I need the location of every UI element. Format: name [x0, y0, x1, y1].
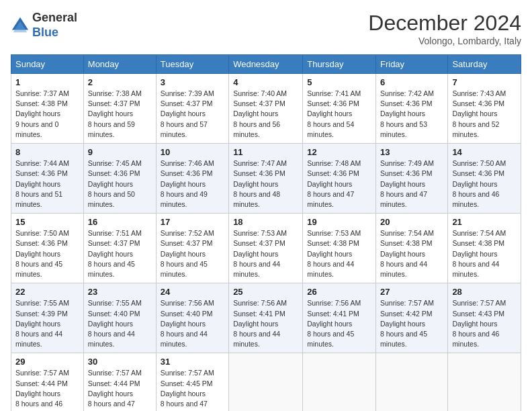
cell-info: Sunrise: 7:47 AMSunset: 4:36 PMDaylight …	[233, 159, 287, 208]
calendar-cell: 25 Sunrise: 7:56 AMSunset: 4:41 PMDaylig…	[229, 283, 303, 353]
calendar-cell: 31 Sunrise: 7:57 AMSunset: 4:45 PMDaylig…	[156, 353, 228, 411]
cell-info: Sunrise: 7:40 AMSunset: 4:37 PMDaylight …	[233, 89, 287, 138]
day-number: 9	[88, 147, 152, 157]
calendar-cell: 23 Sunrise: 7:55 AMSunset: 4:40 PMDaylig…	[83, 283, 156, 353]
col-header-sunday: Sunday	[11, 55, 84, 74]
day-number: 1	[15, 77, 79, 87]
cell-info: Sunrise: 7:54 AMSunset: 4:38 PMDaylight …	[452, 229, 506, 278]
day-number: 30	[88, 357, 152, 367]
calendar-cell: 27 Sunrise: 7:57 AMSunset: 4:42 PMDaylig…	[375, 283, 447, 353]
calendar-cell: 19 Sunrise: 7:53 AMSunset: 4:38 PMDaylig…	[303, 214, 376, 283]
day-number: 31	[161, 357, 224, 367]
day-number: 2	[88, 77, 152, 87]
calendar-body: 1 Sunrise: 7:37 AMSunset: 4:38 PMDayligh…	[11, 74, 521, 412]
calendar-cell	[229, 353, 303, 411]
calendar-cell: 21 Sunrise: 7:54 AMSunset: 4:38 PMDaylig…	[448, 214, 521, 283]
day-number: 6	[380, 77, 443, 87]
calendar-cell: 8 Sunrise: 7:44 AMSunset: 4:36 PMDayligh…	[11, 144, 84, 214]
calendar-cell	[448, 353, 521, 411]
calendar-cell: 10 Sunrise: 7:46 AMSunset: 4:36 PMDaylig…	[156, 144, 228, 214]
calendar-cell: 7 Sunrise: 7:43 AMSunset: 4:36 PMDayligh…	[448, 74, 521, 144]
cell-info: Sunrise: 7:57 AMSunset: 4:44 PMDaylight …	[15, 369, 69, 411]
day-number: 12	[307, 147, 371, 157]
day-number: 13	[380, 147, 443, 157]
logo-general: General	[32, 11, 77, 24]
header-row: SundayMondayTuesdayWednesdayThursdayFrid…	[11, 55, 521, 74]
cell-info: Sunrise: 7:46 AMSunset: 4:36 PMDaylight …	[161, 159, 214, 208]
calendar-cell	[375, 353, 447, 411]
cell-info: Sunrise: 7:55 AMSunset: 4:39 PMDaylight …	[15, 299, 69, 348]
day-number: 4	[233, 77, 298, 87]
cell-info: Sunrise: 7:50 AMSunset: 4:36 PMDaylight …	[452, 159, 506, 208]
cell-info: Sunrise: 7:52 AMSunset: 4:37 PMDaylight …	[161, 229, 214, 278]
day-number: 25	[233, 287, 298, 297]
month-title: December 2024	[368, 11, 521, 36]
cell-info: Sunrise: 7:42 AMSunset: 4:36 PMDaylight …	[380, 89, 434, 138]
calendar-cell: 13 Sunrise: 7:49 AMSunset: 4:36 PMDaylig…	[375, 144, 447, 214]
day-number: 21	[452, 217, 517, 227]
cell-info: Sunrise: 7:57 AMSunset: 4:44 PMDaylight …	[88, 369, 142, 411]
day-number: 29	[15, 357, 79, 367]
calendar-cell: 30 Sunrise: 7:57 AMSunset: 4:44 PMDaylig…	[83, 353, 156, 411]
cell-info: Sunrise: 7:56 AMSunset: 4:41 PMDaylight …	[233, 299, 287, 348]
week-row: 15 Sunrise: 7:50 AMSunset: 4:36 PMDaylig…	[11, 214, 521, 283]
calendar-cell: 2 Sunrise: 7:38 AMSunset: 4:37 PMDayligh…	[83, 74, 156, 144]
calendar-cell: 6 Sunrise: 7:42 AMSunset: 4:36 PMDayligh…	[375, 74, 447, 144]
cell-info: Sunrise: 7:57 AMSunset: 4:45 PMDaylight …	[161, 369, 214, 411]
location: Volongo, Lombardy, Italy	[368, 36, 521, 46]
cell-info: Sunrise: 7:54 AMSunset: 4:38 PMDaylight …	[380, 229, 434, 278]
cell-info: Sunrise: 7:49 AMSunset: 4:36 PMDaylight …	[380, 159, 434, 208]
calendar-cell: 29 Sunrise: 7:57 AMSunset: 4:44 PMDaylig…	[11, 353, 84, 411]
calendar-cell: 14 Sunrise: 7:50 AMSunset: 4:36 PMDaylig…	[448, 144, 521, 214]
day-number: 15	[15, 217, 79, 227]
week-row: 8 Sunrise: 7:44 AMSunset: 4:36 PMDayligh…	[11, 144, 521, 214]
page-header: General Blue December 2024 Volongo, Lomb…	[11, 11, 521, 46]
day-number: 24	[161, 287, 224, 297]
cell-info: Sunrise: 7:57 AMSunset: 4:42 PMDaylight …	[380, 299, 434, 348]
logo-icon	[11, 16, 30, 35]
col-header-tuesday: Tuesday	[156, 55, 228, 74]
calendar-cell: 12 Sunrise: 7:48 AMSunset: 4:36 PMDaylig…	[303, 144, 376, 214]
day-number: 18	[233, 217, 298, 227]
cell-info: Sunrise: 7:57 AMSunset: 4:43 PMDaylight …	[452, 299, 506, 348]
cell-info: Sunrise: 7:53 AMSunset: 4:38 PMDaylight …	[307, 229, 361, 278]
col-header-friday: Friday	[375, 55, 447, 74]
cell-info: Sunrise: 7:45 AMSunset: 4:36 PMDaylight …	[88, 159, 142, 208]
cell-info: Sunrise: 7:50 AMSunset: 4:36 PMDaylight …	[15, 229, 69, 278]
calendar-cell: 11 Sunrise: 7:47 AMSunset: 4:36 PMDaylig…	[229, 144, 303, 214]
calendar-cell: 4 Sunrise: 7:40 AMSunset: 4:37 PMDayligh…	[229, 74, 303, 144]
day-number: 22	[15, 287, 79, 297]
cell-info: Sunrise: 7:51 AMSunset: 4:37 PMDaylight …	[88, 229, 142, 278]
cell-info: Sunrise: 7:37 AMSunset: 4:38 PMDaylight …	[15, 89, 69, 138]
day-number: 3	[161, 77, 224, 87]
cell-info: Sunrise: 7:39 AMSunset: 4:37 PMDaylight …	[161, 89, 214, 138]
cell-info: Sunrise: 7:48 AMSunset: 4:36 PMDaylight …	[307, 159, 361, 208]
day-number: 7	[452, 77, 517, 87]
day-number: 8	[15, 147, 79, 157]
day-number: 14	[452, 147, 517, 157]
week-row: 1 Sunrise: 7:37 AMSunset: 4:38 PMDayligh…	[11, 74, 521, 144]
day-number: 11	[233, 147, 298, 157]
cell-info: Sunrise: 7:56 AMSunset: 4:40 PMDaylight …	[161, 299, 214, 348]
day-number: 28	[452, 287, 517, 297]
calendar-cell: 22 Sunrise: 7:55 AMSunset: 4:39 PMDaylig…	[11, 283, 84, 353]
cell-info: Sunrise: 7:38 AMSunset: 4:37 PMDaylight …	[88, 89, 142, 138]
logo: General Blue	[11, 11, 77, 40]
day-number: 27	[380, 287, 443, 297]
day-number: 10	[161, 147, 224, 157]
col-header-monday: Monday	[83, 55, 156, 74]
col-header-saturday: Saturday	[448, 55, 521, 74]
calendar-table: SundayMondayTuesdayWednesdayThursdayFrid…	[11, 54, 521, 411]
calendar-cell: 18 Sunrise: 7:53 AMSunset: 4:37 PMDaylig…	[229, 214, 303, 283]
cell-info: Sunrise: 7:43 AMSunset: 4:36 PMDaylight …	[452, 89, 506, 138]
cell-info: Sunrise: 7:53 AMSunset: 4:37 PMDaylight …	[233, 229, 287, 278]
day-number: 5	[307, 77, 371, 87]
day-number: 26	[307, 287, 371, 297]
calendar-cell: 3 Sunrise: 7:39 AMSunset: 4:37 PMDayligh…	[156, 74, 228, 144]
day-number: 23	[88, 287, 152, 297]
title-block: December 2024 Volongo, Lombardy, Italy	[368, 11, 521, 46]
calendar-cell	[303, 353, 376, 411]
calendar-cell: 28 Sunrise: 7:57 AMSunset: 4:43 PMDaylig…	[448, 283, 521, 353]
cell-info: Sunrise: 7:41 AMSunset: 4:36 PMDaylight …	[307, 89, 361, 138]
calendar-cell: 17 Sunrise: 7:52 AMSunset: 4:37 PMDaylig…	[156, 214, 228, 283]
